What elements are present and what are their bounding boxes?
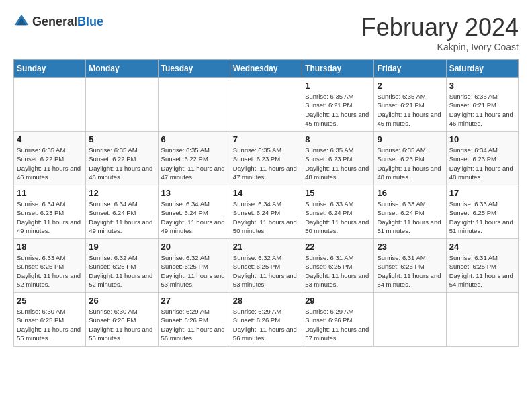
day-number: 3 <box>449 81 515 91</box>
day-info: Sunrise: 6:35 AMSunset: 6:23 PMDaylight:… <box>377 146 441 181</box>
header-saturday: Saturday <box>446 60 518 78</box>
calendar-cell: 9 Sunrise: 6:35 AMSunset: 6:23 PMDayligh… <box>374 132 446 185</box>
calendar-week-row: 11 Sunrise: 6:34 AMSunset: 6:23 PMDaylig… <box>14 185 519 239</box>
logo-general: General <box>32 15 77 28</box>
day-info: Sunrise: 6:33 AMSunset: 6:24 PMDaylight:… <box>305 200 369 234</box>
calendar-cell: 16 Sunrise: 6:33 AMSunset: 6:24 PMDaylig… <box>374 185 446 239</box>
day-info: Sunrise: 6:34 AMSunset: 6:24 PMDaylight:… <box>161 200 225 234</box>
day-info: Sunrise: 6:35 AMSunset: 6:23 PMDaylight:… <box>233 146 297 181</box>
day-info: Sunrise: 6:35 AMSunset: 6:23 PMDaylight:… <box>305 146 369 181</box>
header-tuesday: Tuesday <box>158 60 230 78</box>
calendar-cell <box>446 293 518 347</box>
day-info: Sunrise: 6:31 AMSunset: 6:25 PMDaylight:… <box>449 254 513 288</box>
day-number: 4 <box>17 134 83 144</box>
header-wednesday: Wednesday <box>230 60 302 78</box>
day-info: Sunrise: 6:32 AMSunset: 6:25 PMDaylight:… <box>89 254 152 288</box>
calendar-cell: 13 Sunrise: 6:34 AMSunset: 6:24 PMDaylig… <box>158 185 230 239</box>
day-number: 23 <box>377 242 443 252</box>
calendar-cell <box>14 78 86 132</box>
day-number: 25 <box>17 295 83 306</box>
calendar-week-row: 25 Sunrise: 6:30 AMSunset: 6:25 PMDaylig… <box>14 293 519 347</box>
day-number: 29 <box>305 295 371 306</box>
day-number: 15 <box>305 188 371 198</box>
day-info: Sunrise: 6:33 AMSunset: 6:25 PMDaylight:… <box>449 200 513 234</box>
logo: GeneralBlue <box>13 13 103 30</box>
day-number: 14 <box>233 188 299 198</box>
calendar-cell: 22 Sunrise: 6:31 AMSunset: 6:25 PMDaylig… <box>302 239 374 293</box>
calendar-cell <box>86 78 158 132</box>
calendar-cell: 17 Sunrise: 6:33 AMSunset: 6:25 PMDaylig… <box>446 185 518 239</box>
calendar-cell: 11 Sunrise: 6:34 AMSunset: 6:23 PMDaylig… <box>14 185 86 239</box>
day-info: Sunrise: 6:29 AMSunset: 6:26 PMDaylight:… <box>161 308 225 342</box>
calendar-cell: 21 Sunrise: 6:32 AMSunset: 6:25 PMDaylig… <box>230 239 302 293</box>
calendar-cell <box>230 78 302 132</box>
day-number: 27 <box>161 295 227 306</box>
calendar-cell <box>158 78 230 132</box>
logo-blue: Blue <box>77 15 103 28</box>
day-info: Sunrise: 6:35 AMSunset: 6:22 PMDaylight:… <box>89 146 152 181</box>
day-number: 9 <box>377 134 443 144</box>
day-number: 13 <box>161 188 227 198</box>
calendar-week-row: 1 Sunrise: 6:35 AMSunset: 6:21 PMDayligh… <box>14 78 519 132</box>
day-info: Sunrise: 6:32 AMSunset: 6:25 PMDaylight:… <box>233 254 297 288</box>
day-info: Sunrise: 6:30 AMSunset: 6:26 PMDaylight:… <box>89 308 152 342</box>
calendar-cell: 18 Sunrise: 6:33 AMSunset: 6:25 PMDaylig… <box>14 239 86 293</box>
calendar-subtitle: Kakpin, Ivory Coast <box>361 42 519 52</box>
calendar-week-row: 4 Sunrise: 6:35 AMSunset: 6:22 PMDayligh… <box>14 132 519 185</box>
calendar-cell: 1 Sunrise: 6:35 AMSunset: 6:21 PMDayligh… <box>302 78 374 132</box>
day-number: 8 <box>305 134 371 144</box>
day-number: 19 <box>89 242 154 252</box>
day-info: Sunrise: 6:35 AMSunset: 6:21 PMDaylight:… <box>377 93 441 127</box>
day-number: 16 <box>377 188 443 198</box>
calendar-cell: 28 Sunrise: 6:29 AMSunset: 6:26 PMDaylig… <box>230 293 302 347</box>
header-friday: Friday <box>374 60 446 78</box>
calendar-cell: 19 Sunrise: 6:32 AMSunset: 6:25 PMDaylig… <box>86 239 158 293</box>
day-number: 20 <box>161 242 227 252</box>
day-number: 6 <box>161 134 227 144</box>
calendar-week-row: 18 Sunrise: 6:33 AMSunset: 6:25 PMDaylig… <box>14 239 519 293</box>
day-number: 2 <box>377 81 443 91</box>
day-info: Sunrise: 6:32 AMSunset: 6:25 PMDaylight:… <box>161 254 225 288</box>
calendar-cell: 26 Sunrise: 6:30 AMSunset: 6:26 PMDaylig… <box>86 293 158 347</box>
calendar-title-section: February 2024 Kakpin, Ivory Coast <box>361 13 519 52</box>
day-info: Sunrise: 6:31 AMSunset: 6:25 PMDaylight:… <box>377 254 441 288</box>
calendar-cell: 15 Sunrise: 6:33 AMSunset: 6:24 PMDaylig… <box>302 185 374 239</box>
day-info: Sunrise: 6:29 AMSunset: 6:26 PMDaylight:… <box>233 308 297 342</box>
day-info: Sunrise: 6:29 AMSunset: 6:26 PMDaylight:… <box>305 308 369 342</box>
day-info: Sunrise: 6:34 AMSunset: 6:24 PMDaylight:… <box>89 200 152 234</box>
day-info: Sunrise: 6:34 AMSunset: 6:23 PMDaylight:… <box>17 200 81 234</box>
day-info: Sunrise: 6:33 AMSunset: 6:24 PMDaylight:… <box>377 200 441 234</box>
day-info: Sunrise: 6:35 AMSunset: 6:21 PMDaylight:… <box>305 93 369 127</box>
day-info: Sunrise: 6:34 AMSunset: 6:24 PMDaylight:… <box>233 200 297 234</box>
day-number: 22 <box>305 242 371 252</box>
calendar-title: February 2024 <box>361 13 519 42</box>
day-number: 17 <box>449 188 515 198</box>
calendar-cell: 23 Sunrise: 6:31 AMSunset: 6:25 PMDaylig… <box>374 239 446 293</box>
calendar-cell: 29 Sunrise: 6:29 AMSunset: 6:26 PMDaylig… <box>302 293 374 347</box>
calendar-cell: 7 Sunrise: 6:35 AMSunset: 6:23 PMDayligh… <box>230 132 302 185</box>
calendar-cell: 5 Sunrise: 6:35 AMSunset: 6:22 PMDayligh… <box>86 132 158 185</box>
day-number: 18 <box>17 242 83 252</box>
day-info: Sunrise: 6:35 AMSunset: 6:21 PMDaylight:… <box>449 93 513 127</box>
calendar-cell: 24 Sunrise: 6:31 AMSunset: 6:25 PMDaylig… <box>446 239 518 293</box>
calendar-cell: 10 Sunrise: 6:34 AMSunset: 6:23 PMDaylig… <box>446 132 518 185</box>
calendar-cell: 20 Sunrise: 6:32 AMSunset: 6:25 PMDaylig… <box>158 239 230 293</box>
day-number: 1 <box>305 81 371 91</box>
calendar-cell: 6 Sunrise: 6:35 AMSunset: 6:22 PMDayligh… <box>158 132 230 185</box>
day-number: 12 <box>89 188 154 198</box>
header-sunday: Sunday <box>14 60 86 78</box>
header-monday: Monday <box>86 60 158 78</box>
page-header: GeneralBlue February 2024 Kakpin, Ivory … <box>13 13 519 52</box>
logo-icon <box>13 13 30 30</box>
day-info: Sunrise: 6:35 AMSunset: 6:22 PMDaylight:… <box>17 146 81 181</box>
day-number: 26 <box>89 295 154 306</box>
calendar-cell: 25 Sunrise: 6:30 AMSunset: 6:25 PMDaylig… <box>14 293 86 347</box>
day-info: Sunrise: 6:31 AMSunset: 6:25 PMDaylight:… <box>305 254 369 288</box>
day-info: Sunrise: 6:35 AMSunset: 6:22 PMDaylight:… <box>161 146 225 181</box>
calendar-cell: 2 Sunrise: 6:35 AMSunset: 6:21 PMDayligh… <box>374 78 446 132</box>
calendar-cell: 4 Sunrise: 6:35 AMSunset: 6:22 PMDayligh… <box>14 132 86 185</box>
day-number: 5 <box>89 134 154 144</box>
header-thursday: Thursday <box>302 60 374 78</box>
day-info: Sunrise: 6:34 AMSunset: 6:23 PMDaylight:… <box>449 146 513 181</box>
day-number: 28 <box>233 295 299 306</box>
